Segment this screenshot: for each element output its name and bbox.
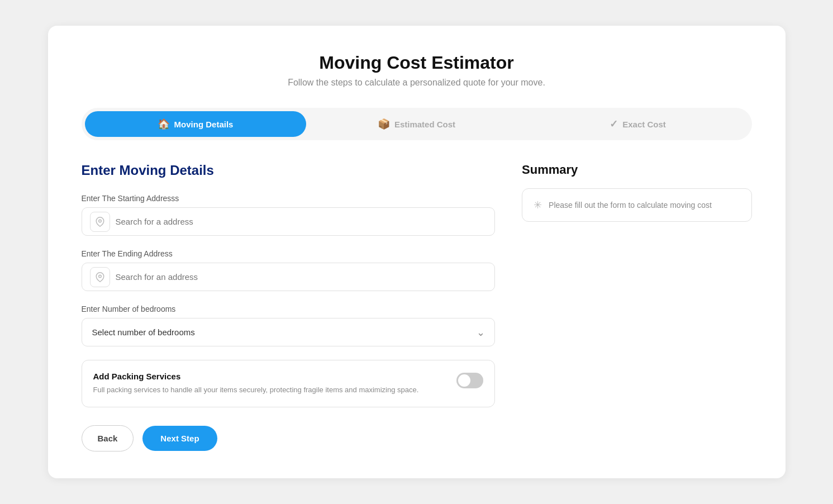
- packing-text: Add Packing Services Full packing servic…: [93, 372, 448, 396]
- main-content: Enter Moving Details Enter The Starting …: [82, 163, 752, 451]
- right-panel: Summary ✳ Please fill out the form to ca…: [522, 163, 751, 451]
- page-title: Moving Cost Estimator: [82, 53, 752, 73]
- back-button[interactable]: Back: [82, 425, 134, 451]
- packing-card: Add Packing Services Full packing servic…: [82, 360, 496, 407]
- ending-address-wrap: [82, 263, 496, 291]
- step-exact-cost-label: Exact Cost: [622, 120, 666, 129]
- summary-title: Summary: [522, 163, 751, 177]
- starting-address-wrap: [82, 207, 496, 236]
- main-card: Moving Cost Estimator Follow the steps t…: [48, 26, 786, 478]
- steps-bar: 🏠 Moving Details 📦 Estimated Cost ✓ Exac…: [82, 108, 752, 140]
- form-section-title: Enter Moving Details: [82, 163, 496, 178]
- step-moving-details[interactable]: 🏠 Moving Details: [85, 111, 306, 137]
- packing-toggle[interactable]: [456, 373, 483, 388]
- bedrooms-select[interactable]: Select number of bedrooms 1 Bedroom 2 Be…: [82, 318, 496, 346]
- summary-placeholder: Please fill out the form to calculate mo…: [549, 201, 712, 210]
- page-subtitle: Follow the steps to calculate a personal…: [82, 78, 752, 88]
- summary-card: ✳ Please fill out the form to calculate …: [522, 188, 751, 222]
- step-estimated-cost[interactable]: 📦 Estimated Cost: [306, 111, 527, 137]
- home-icon: 🏠: [158, 118, 170, 130]
- check-icon: ✓: [610, 118, 618, 130]
- next-step-button[interactable]: Next Step: [142, 426, 217, 451]
- ending-address-label: Enter The Ending Address: [82, 249, 496, 258]
- pin-icon-end: [90, 267, 110, 287]
- starting-address-input[interactable]: [116, 208, 487, 235]
- svg-point-0: [98, 220, 101, 222]
- packing-description: Full packing services to handle all your…: [93, 384, 448, 396]
- svg-point-1: [98, 275, 101, 278]
- step-moving-details-label: Moving Details: [174, 120, 234, 129]
- buttons-row: Back Next Step: [82, 425, 496, 451]
- step-estimated-cost-label: Estimated Cost: [394, 120, 455, 129]
- star-icon: ✳: [534, 199, 542, 211]
- starting-address-label: Enter The Starting Addresss: [82, 194, 496, 203]
- toggle-slider: [456, 373, 483, 388]
- left-panel: Enter Moving Details Enter The Starting …: [82, 163, 496, 451]
- ending-address-input[interactable]: [116, 263, 487, 291]
- box-icon: 📦: [378, 118, 390, 130]
- step-exact-cost[interactable]: ✓ Exact Cost: [527, 111, 749, 137]
- bedrooms-label: Enter Number of bedrooms: [82, 305, 496, 313]
- packing-title: Add Packing Services: [93, 372, 448, 381]
- pin-icon-start: [90, 212, 110, 232]
- bedrooms-select-wrap: Select number of bedrooms 1 Bedroom 2 Be…: [82, 318, 496, 346]
